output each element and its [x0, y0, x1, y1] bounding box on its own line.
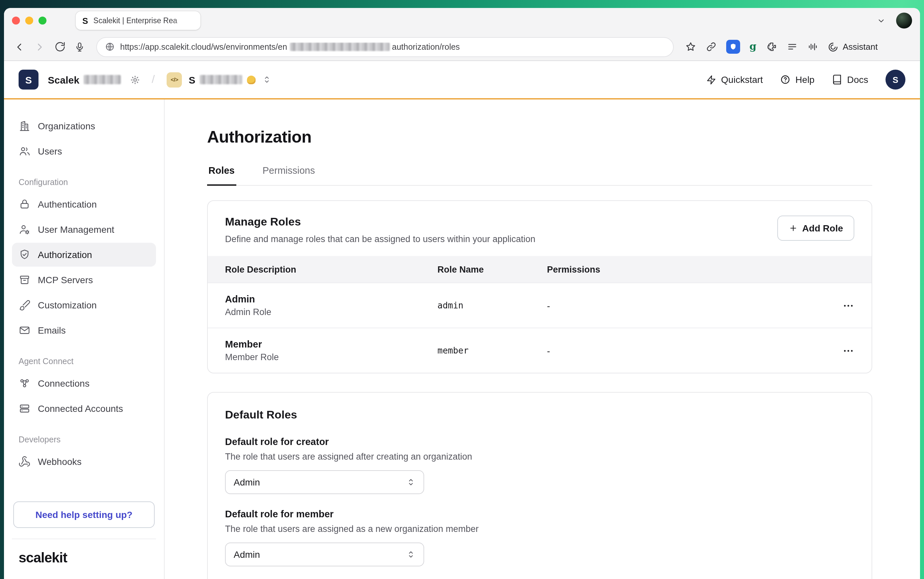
sidebar-item-users[interactable]: Users	[12, 139, 156, 163]
environment-switch-chevrons-icon[interactable]	[263, 75, 272, 84]
mail-icon	[18, 324, 31, 336]
workspace-settings-gear-icon[interactable]	[130, 75, 140, 85]
manage-roles-title: Manage Roles	[225, 216, 535, 229]
reading-list-icon[interactable]	[786, 41, 798, 52]
sidebar-item-label: Organizations	[38, 121, 95, 131]
sidebar-footer: scalekit	[12, 538, 156, 579]
default-role-creator-select[interactable]: Admin	[225, 470, 424, 494]
sidebar-section-agent-connect: Agent Connect	[18, 357, 149, 366]
zoom-window-button[interactable]	[38, 16, 46, 25]
navbar-right-controls: g Assistant	[685, 40, 878, 54]
minimize-window-button[interactable]	[25, 16, 33, 25]
quickstart-button[interactable]: Quickstart	[707, 74, 763, 85]
role-description: Member Role	[225, 352, 437, 362]
select-chevrons-icon	[406, 550, 415, 559]
back-button[interactable]	[13, 41, 25, 53]
user-gear-icon	[18, 224, 31, 236]
help-label: Help	[796, 74, 815, 85]
role-name: Member	[225, 339, 437, 350]
sidebar-item-label: Emails	[38, 325, 66, 335]
add-role-label: Add Role	[802, 223, 843, 234]
workspace-name[interactable]: Scalek	[48, 74, 120, 85]
select-chevrons-icon	[406, 478, 415, 487]
browser-profile-avatar[interactable]	[896, 13, 912, 28]
extensions-puzzle-icon[interactable]	[766, 41, 777, 52]
select-value: Admin	[234, 549, 260, 560]
browser-window: S Scalekit | Enterprise Rea	[4, 8, 920, 579]
sidebar-item-customization[interactable]: Customization	[12, 293, 156, 317]
password-manager-extension-icon[interactable]	[726, 40, 740, 54]
browser-tab[interactable]: S Scalekit | Enterprise Rea	[75, 11, 200, 30]
need-help-button[interactable]: Need help setting up?	[13, 501, 155, 528]
webhook-icon	[18, 456, 31, 468]
column-role-description: Role Description	[225, 264, 437, 274]
url-suffix: authorization/roles	[392, 42, 460, 51]
add-role-button[interactable]: Add Role	[777, 216, 854, 241]
forward-button[interactable]	[34, 41, 46, 53]
shield-check-icon	[18, 249, 31, 261]
docs-button[interactable]: Docs	[832, 74, 868, 85]
select-value: Admin	[234, 477, 260, 487]
row-actions-button[interactable]	[828, 345, 854, 357]
default-role-creator-description: The role that users are assigned after c…	[225, 451, 854, 461]
environment-name-visible: S	[189, 74, 195, 85]
copy-link-icon[interactable]	[706, 41, 717, 52]
sidebar-spacer	[12, 475, 156, 501]
default-role-member-select[interactable]: Admin	[225, 543, 424, 566]
sidebar-item-user-management[interactable]: User Management	[12, 218, 156, 241]
tab-roles[interactable]: Roles	[207, 165, 236, 186]
user-avatar[interactable]: S	[886, 70, 906, 90]
workspace-logo[interactable]: S	[18, 70, 38, 90]
grammar-extension-icon[interactable]: g	[749, 42, 757, 52]
lightning-icon	[707, 75, 717, 85]
app-body: Organizations Users Configuration Authen…	[4, 100, 920, 579]
ellipsis-icon	[842, 345, 854, 357]
screen: S Scalekit | Enterprise Rea	[0, 0, 924, 579]
environment-badge-icon: </>	[167, 72, 182, 87]
reload-button[interactable]	[54, 41, 66, 52]
waveform-icon[interactable]	[807, 41, 818, 52]
sidebar-item-emails[interactable]: Emails	[12, 318, 156, 342]
sidebar-item-label: Authorization	[38, 249, 92, 260]
row-actions-button[interactable]	[828, 299, 854, 311]
sidebar-section-developers: Developers	[18, 435, 149, 444]
sidebar-item-organizations[interactable]: Organizations	[12, 114, 156, 138]
tab-search-chevron-icon[interactable]	[877, 16, 886, 25]
help-circle-icon	[780, 74, 791, 85]
sidebar-item-label: Connections	[38, 378, 90, 389]
assistant-button[interactable]: Assistant	[827, 41, 878, 52]
help-button[interactable]: Help	[780, 74, 815, 85]
quickstart-label: Quickstart	[721, 74, 763, 85]
environment-selector[interactable]: S	[189, 74, 256, 85]
scalekit-wordmark: scalekit	[18, 550, 67, 565]
default-role-member-label: Default role for member	[225, 509, 854, 519]
sidebar-item-webhooks[interactable]: Webhooks	[12, 450, 156, 474]
users-icon	[18, 145, 31, 157]
address-bar[interactable]: https://app.scalekit.cloud/ws/environmen…	[96, 37, 674, 57]
sidebar-item-connected-accounts[interactable]: Connected Accounts	[12, 397, 156, 420]
sidebar-item-mcp-servers[interactable]: MCP Servers	[12, 268, 156, 292]
browser-tab-bar: S Scalekit | Enterprise Rea	[4, 8, 920, 33]
tab-permissions[interactable]: Permissions	[261, 165, 316, 186]
sidebar-item-connections[interactable]: Connections	[12, 371, 156, 395]
site-globe-icon	[105, 42, 115, 52]
sidebar-item-label: MCP Servers	[38, 275, 93, 285]
roles-table-header: Role Description Role Name Permissions	[208, 256, 871, 283]
tabbar-right-controls	[877, 13, 912, 28]
sidebar-item-label: Webhooks	[38, 456, 82, 467]
sidebar-item-label: User Management	[38, 224, 114, 235]
environment-name-redacted	[200, 75, 243, 84]
browser-navbar: https://app.scalekit.cloud/ws/environmen…	[4, 33, 920, 61]
default-roles-card: Default Roles Default role for creator T…	[207, 392, 872, 579]
column-permissions: Permissions	[547, 264, 828, 274]
microphone-icon[interactable]	[74, 41, 85, 52]
sidebar-item-authentication[interactable]: Authentication	[12, 192, 156, 216]
page-title: Authorization	[207, 128, 872, 147]
sidebar-item-label: Customization	[38, 300, 97, 311]
brush-icon	[18, 299, 31, 311]
sidebar-item-authorization[interactable]: Authorization	[12, 243, 156, 267]
assistant-swirl-icon	[827, 41, 838, 52]
window-controls	[12, 16, 46, 25]
close-window-button[interactable]	[12, 16, 20, 25]
bookmark-star-icon[interactable]	[685, 41, 696, 52]
